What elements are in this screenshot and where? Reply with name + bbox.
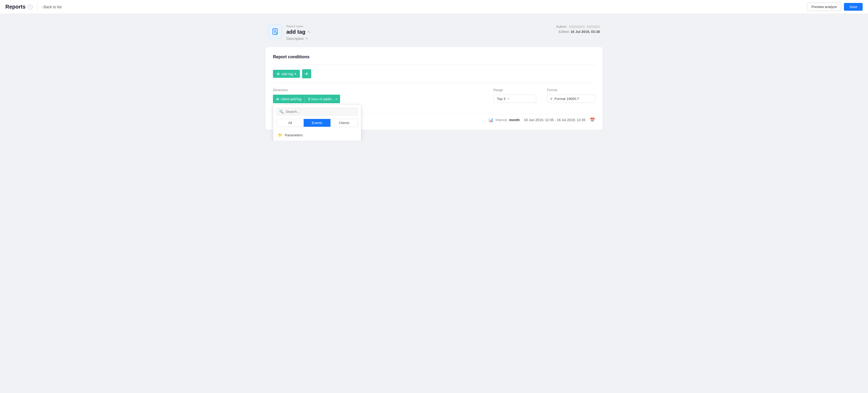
report-icon bbox=[268, 25, 282, 38]
header-left: Reports ? ‹ Back to list bbox=[5, 4, 62, 10]
report-conditions-card: Report conditions ⊕ add tag ▾ 👁 Dimensio… bbox=[266, 47, 602, 130]
edited-value: 16 Jul 2019, 03:38 bbox=[570, 30, 600, 34]
report-name-edit-icon[interactable]: ✎ bbox=[307, 30, 310, 34]
add-tag-label: add tag bbox=[281, 72, 293, 76]
add-tag-dropdown-arrow: ▾ bbox=[294, 72, 296, 76]
add-tag-icon: ⊕ bbox=[277, 72, 280, 76]
save-button[interactable]: Save bbox=[844, 3, 863, 11]
interval-value: month bbox=[509, 118, 520, 122]
range-dropdown-arrow: ▾ bbox=[507, 97, 509, 100]
report-meta-right: Author: Edited: 16 Jul 2019, 03:38 bbox=[556, 25, 600, 34]
description-edit-icon[interactable]: ✎ bbox=[305, 37, 308, 41]
dimension-selector-wrapper: ⊕ client.addTag Σ hour of addin... ▾ 🔍 bbox=[273, 95, 483, 103]
svg-point-4 bbox=[275, 32, 277, 34]
report-name-label: Report name bbox=[286, 25, 310, 28]
range-select[interactable]: Top 3 ▾ bbox=[493, 95, 536, 103]
tab-clients[interactable]: Clients bbox=[331, 119, 358, 127]
range-label: Range bbox=[493, 88, 536, 92]
eye-button[interactable]: 👁 bbox=[302, 69, 311, 78]
folder-list: 📁 Parameters 📁 Specials 📁 Expressions bbox=[276, 131, 358, 141]
dimension-section: Dimension ⊕ client.addTag Σ hour of addi… bbox=[273, 88, 595, 103]
report-name-row: add tag ✎ bbox=[286, 29, 310, 35]
description-label: Description bbox=[286, 37, 304, 41]
conditions-title: Report conditions bbox=[273, 55, 595, 59]
report-details: Report name add tag ✎ Description ✎ bbox=[286, 25, 310, 41]
client-tag-label: client.addTag bbox=[281, 97, 302, 101]
page-title: Reports bbox=[5, 4, 26, 10]
dimension-column: Dimension ⊕ client.addTag Σ hour of addi… bbox=[273, 88, 483, 103]
help-icon[interactable]: ? bbox=[28, 4, 33, 9]
search-row: 🔍 bbox=[276, 108, 358, 116]
tab-all[interactable]: All bbox=[277, 119, 304, 127]
dimension-main-part: ⊕ client.addTag bbox=[273, 95, 305, 103]
folder-icon-parameters: 📁 bbox=[278, 133, 283, 137]
format-hash-icon: # bbox=[550, 97, 552, 101]
interval-label: Interval bbox=[496, 118, 507, 122]
dimension-label: Dimension bbox=[273, 88, 483, 92]
chevron-left-icon: ‹ bbox=[41, 5, 42, 9]
dimension-dropdown-panel: 🔍 All Events Clients 📁 Parameters bbox=[273, 104, 361, 141]
eye-icon: 👁 bbox=[305, 72, 309, 76]
search-icon: 🔍 bbox=[279, 109, 284, 113]
author-bar: Author: bbox=[556, 25, 600, 29]
tab-events[interactable]: Events bbox=[304, 119, 331, 127]
edited-label: Edited: bbox=[559, 30, 569, 34]
format-label: Format bbox=[547, 88, 595, 92]
back-to-list-link[interactable]: ‹ Back to list bbox=[41, 5, 62, 9]
preview-analyze-button[interactable]: Preview analyze bbox=[807, 3, 841, 11]
dimension-search-icon: ⊕ bbox=[276, 97, 279, 101]
tag-row: ⊕ add tag ▾ 👁 bbox=[273, 69, 595, 78]
date-range-text: 16 Jun 2019, 12:35 - 16 Jul 2019, 12:35 bbox=[524, 118, 585, 122]
author-label: Author: bbox=[556, 25, 567, 29]
interval-section: 📊 Interval month bbox=[488, 118, 520, 123]
back-label: Back to list bbox=[43, 5, 62, 9]
dimension-selector[interactable]: ⊕ client.addTag Σ hour of addin... ▾ bbox=[273, 95, 340, 103]
hour-label: hour of addin... bbox=[311, 97, 335, 101]
range-column: Range Top 3 ▾ bbox=[493, 88, 536, 103]
format-column: Format # Format 19000.7 bbox=[547, 88, 595, 103]
card-divider-2 bbox=[273, 83, 595, 83]
author-name-placeholder bbox=[569, 25, 585, 28]
report-info-left: Report name add tag ✎ Description ✎ bbox=[268, 25, 310, 41]
add-tag-button[interactable]: ⊕ add tag ▾ bbox=[273, 70, 300, 78]
edited-row: Edited: 16 Jul 2019, 03:38 bbox=[556, 30, 600, 34]
format-value: Format 19000.7 bbox=[554, 97, 579, 101]
card-divider-1 bbox=[273, 65, 595, 65]
sum-icon: Σ bbox=[308, 97, 310, 101]
report-desc-row: Description ✎ bbox=[286, 37, 310, 41]
calendar-icon[interactable]: 📅 bbox=[590, 118, 595, 123]
search-input[interactable] bbox=[286, 109, 355, 113]
header-right: Preview analyze Save bbox=[807, 3, 863, 11]
filter-tabs: All Events Clients bbox=[276, 119, 358, 127]
header: Reports ? ‹ Back to list Preview analyze… bbox=[0, 0, 868, 14]
sum-dropdown-arrow: ▾ bbox=[336, 98, 337, 100]
folder-parameters-label: Parameters bbox=[285, 133, 303, 137]
report-name: add tag bbox=[286, 29, 305, 35]
author-surname-placeholder bbox=[587, 25, 600, 28]
folder-specials[interactable]: 📁 Specials bbox=[276, 139, 358, 141]
dimension-sum-part[interactable]: Σ hour of addin... ▾ bbox=[305, 95, 340, 103]
format-button[interactable]: # Format 19000.7 bbox=[547, 95, 595, 103]
interval-chart-icon: 📊 bbox=[488, 118, 493, 123]
folder-parameters[interactable]: 📁 Parameters bbox=[276, 131, 358, 139]
main-content: Report name add tag ✎ Description ✎ Auth… bbox=[260, 14, 608, 141]
report-info-row: Report name add tag ✎ Description ✎ Auth… bbox=[266, 25, 602, 41]
range-value: Top 3 bbox=[497, 97, 505, 101]
